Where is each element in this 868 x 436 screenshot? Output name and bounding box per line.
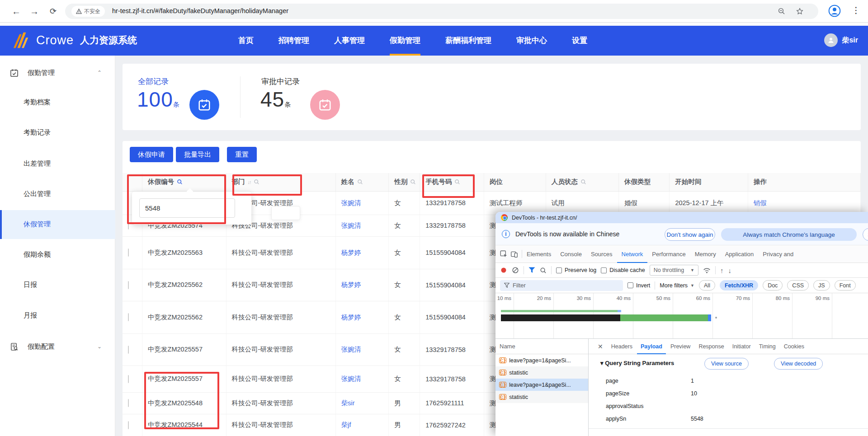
employee-link[interactable]: 杨梦婷: [341, 249, 361, 256]
nav-attendance[interactable]: 假勤管理: [390, 26, 420, 56]
detail-tab-payload[interactable]: Payload: [637, 339, 666, 354]
detail-tab-initiator[interactable]: Initiator: [729, 339, 755, 354]
filter-pill-js[interactable]: JS: [813, 280, 830, 291]
back-icon[interactable]: ←: [12, 5, 21, 17]
sidebar-item-attendance-records[interactable]: 考勤记录: [0, 123, 115, 141]
tab-elements[interactable]: Elements: [522, 245, 556, 263]
row-checkbox[interactable]: [128, 281, 129, 289]
import-har-icon[interactable]: ↑: [720, 267, 724, 274]
filter-pill-font[interactable]: Font: [835, 280, 856, 291]
detail-tab-headers[interactable]: Headers: [608, 339, 636, 354]
view-decoded-button[interactable]: View decoded: [774, 358, 823, 370]
detail-tab-response[interactable]: Response: [695, 339, 727, 354]
chevron-up-icon[interactable]: ⌃: [97, 70, 102, 76]
row-checkbox[interactable]: [128, 313, 129, 321]
search-icon[interactable]: [410, 179, 416, 185]
nav-personnel[interactable]: 人事管理: [334, 26, 365, 56]
sidebar-item-leave-balance[interactable]: 假期余额: [0, 245, 115, 263]
request-row[interactable]: {;}leave?page=1&pageSi...: [495, 354, 588, 366]
device-toolbar-icon[interactable]: [510, 250, 518, 258]
address-bar[interactable]: 不安全 hr-test.zjf-it.cn/#/fakeDuty/fakeDut…: [65, 4, 818, 19]
disable-cache-checkbox[interactable]: Disable cache: [601, 267, 645, 273]
search-icon[interactable]: [580, 179, 586, 185]
sidebar-item-daily-report[interactable]: 日报: [0, 276, 115, 294]
employee-link[interactable]: 张婉清: [341, 199, 361, 206]
tab-privacy[interactable]: Privacy and: [758, 245, 798, 263]
sidebar-item-attendance-archive[interactable]: 考勤档案: [0, 93, 115, 111]
export-har-icon[interactable]: ↓: [728, 267, 732, 274]
detail-tab-cookies[interactable]: Cookies: [780, 339, 808, 354]
close-icon[interactable]: ✕: [594, 339, 607, 354]
nav-home[interactable]: 首页: [238, 26, 254, 56]
tab-memory[interactable]: Memory: [690, 245, 721, 263]
throttling-select[interactable]: No throttling▼: [650, 265, 698, 276]
preserve-log-checkbox[interactable]: Preserve log: [556, 267, 596, 273]
employee-link[interactable]: 张婉清: [341, 222, 361, 229]
tab-sources[interactable]: Sources: [586, 245, 617, 263]
user-menu[interactable]: 柴sir: [824, 33, 858, 47]
batch-export-button[interactable]: 批量导出: [176, 147, 219, 162]
query-string-section[interactable]: ▾ Query String Parameters: [600, 360, 674, 366]
filter-pill-fetch-xhr[interactable]: Fetch/XHR: [720, 280, 758, 291]
filter-pill-doc[interactable]: Doc: [763, 280, 783, 291]
employee-link[interactable]: 柴jf: [341, 421, 351, 428]
match-language-button[interactable]: Always match Chrome's language: [721, 228, 857, 241]
nav-approval[interactable]: 审批中心: [516, 26, 547, 56]
network-conditions-icon[interactable]: [703, 267, 711, 274]
sidebar-item-out-management[interactable]: 公出管理: [0, 185, 115, 203]
network-timeline[interactable]: 10 ms 20 ms 30 ms 40 ms 50 ms 60 ms 70 m…: [495, 293, 868, 339]
tab-application[interactable]: Application: [721, 245, 759, 263]
filter-funnel-icon[interactable]: [528, 267, 535, 273]
checkbox[interactable]: [601, 267, 607, 273]
tab-network[interactable]: Network: [617, 245, 648, 263]
row-checkbox[interactable]: [128, 375, 129, 383]
sidebar-item-monthly-report[interactable]: 月报: [0, 306, 115, 324]
reset-button[interactable]: 重置: [227, 147, 257, 162]
sidebar-item-leave-management[interactable]: 休假管理: [0, 215, 115, 233]
nav-settings[interactable]: 设置: [572, 26, 587, 56]
request-row[interactable]: {;}statistic: [495, 366, 588, 379]
browser-menu-icon[interactable]: ⋮: [852, 5, 860, 16]
clear-icon[interactable]: [512, 267, 519, 274]
search-icon[interactable]: [540, 267, 547, 274]
row-checkbox[interactable]: [128, 248, 129, 257]
detail-tab-timing[interactable]: Timing: [755, 339, 779, 354]
reload-icon[interactable]: ⟳: [50, 5, 57, 17]
cancel-leave-link[interactable]: 销假: [754, 199, 767, 206]
network-filter-input[interactable]: Filter: [500, 280, 623, 291]
popup-button-fragment[interactable]: [271, 206, 300, 220]
profile-icon[interactable]: [828, 5, 841, 17]
tab-console[interactable]: Console: [556, 245, 586, 263]
sidebar-group-attendance[interactable]: 假勤管理 ⌃: [0, 64, 115, 82]
more-filters-dropdown[interactable]: More filters▼: [660, 282, 694, 289]
bookmark-star-icon[interactable]: [796, 7, 804, 15]
forward-icon[interactable]: →: [30, 5, 39, 17]
checkbox[interactable]: [556, 267, 562, 273]
nav-salary[interactable]: 薪酬福利管理: [445, 26, 491, 56]
record-icon[interactable]: [500, 267, 507, 274]
url-text[interactable]: hr-test.zjf-it.cn/#/fakeDuty/fakeDutyMan…: [112, 7, 288, 14]
dont-show-again-button[interactable]: Don't show again: [665, 228, 715, 241]
filter-pill-all[interactable]: All: [699, 280, 715, 291]
row-checkbox[interactable]: [128, 421, 129, 429]
search-icon[interactable]: [357, 179, 363, 185]
devtools-titlebar[interactable]: DevTools - hr-test.zjf-it.cn/: [495, 212, 868, 223]
request-row[interactable]: {;}statistic: [495, 391, 588, 403]
chevron-down-icon[interactable]: ⌄: [97, 343, 102, 350]
request-name-header[interactable]: Name: [495, 339, 588, 354]
employee-link[interactable]: 柴sir: [341, 399, 355, 407]
security-badge[interactable]: 不安全: [71, 6, 105, 17]
employee-link[interactable]: 杨梦婷: [341, 281, 361, 288]
detail-tab-preview[interactable]: Preview: [667, 339, 694, 354]
row-checkbox[interactable]: [128, 346, 129, 354]
filter-pill-css[interactable]: CSS: [787, 280, 809, 291]
zoom-icon[interactable]: [778, 7, 786, 15]
checkbox[interactable]: [627, 282, 633, 288]
employee-link[interactable]: 杨梦婷: [341, 314, 361, 321]
request-row-selected[interactable]: {;}leave?page=1&pageSi...: [495, 379, 588, 391]
sidebar-item-business-trip[interactable]: 出差管理: [0, 155, 115, 173]
invert-checkbox[interactable]: Invert: [627, 282, 650, 289]
apply-leave-button[interactable]: 休假申请: [130, 147, 173, 162]
inspect-icon[interactable]: [500, 250, 508, 258]
nav-recruit[interactable]: 招聘管理: [278, 26, 309, 56]
